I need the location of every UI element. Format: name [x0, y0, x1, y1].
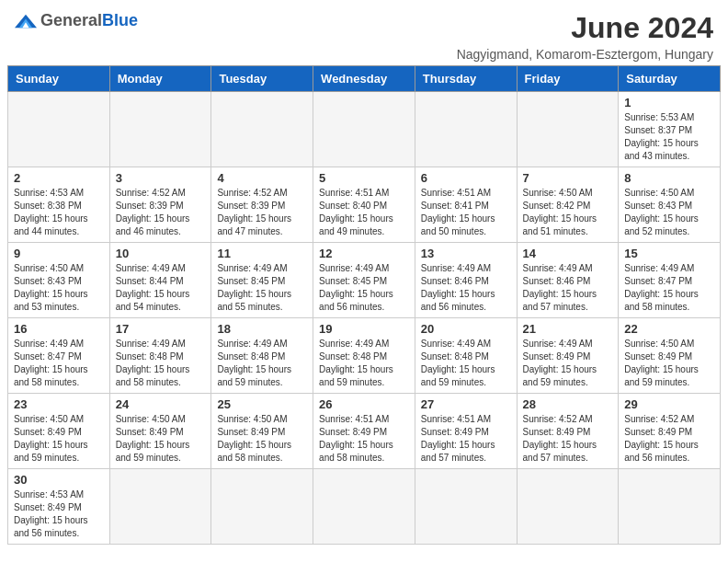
table-row: 20Sunrise: 4:49 AM Sunset: 8:48 PM Dayli… — [415, 318, 517, 394]
day-number: 22 — [624, 322, 714, 336]
day-number: 13 — [421, 247, 511, 260]
table-row: 7Sunrise: 4:50 AM Sunset: 8:42 PM Daylig… — [517, 167, 619, 243]
day-info: Sunrise: 4:49 AM Sunset: 8:48 PM Dayligh… — [217, 338, 307, 389]
day-number: 3 — [116, 171, 206, 185]
day-info: Sunrise: 4:49 AM Sunset: 8:46 PM Dayligh… — [421, 262, 511, 314]
table-row: 25Sunrise: 4:50 AM Sunset: 8:49 PM Dayli… — [211, 394, 313, 469]
day-number: 24 — [116, 397, 206, 411]
table-row: 16Sunrise: 4:49 AM Sunset: 8:47 PM Dayli… — [8, 318, 110, 394]
location-subtitle: Nagyigmand, Komarom-Esztergom, Hungary — [457, 47, 713, 62]
header-sunday: Sunday — [8, 66, 110, 92]
table-row — [109, 92, 211, 167]
day-info: Sunrise: 4:51 AM Sunset: 8:40 PM Dayligh… — [319, 187, 409, 238]
table-row — [8, 92, 110, 167]
table-row — [517, 92, 619, 167]
day-info: Sunrise: 4:49 AM Sunset: 8:45 PM Dayligh… — [217, 262, 307, 314]
day-number: 12 — [319, 247, 409, 260]
table-row: 28Sunrise: 4:52 AM Sunset: 8:49 PM Dayli… — [517, 394, 619, 469]
day-number: 15 — [624, 247, 714, 260]
day-info: Sunrise: 4:50 AM Sunset: 8:49 PM Dayligh… — [14, 413, 104, 465]
day-info: Sunrise: 4:50 AM Sunset: 8:49 PM Dayligh… — [217, 413, 307, 465]
day-number: 6 — [421, 171, 511, 185]
table-row — [313, 469, 415, 545]
day-info: Sunrise: 4:50 AM Sunset: 8:42 PM Dayligh… — [523, 187, 613, 238]
table-row: 10Sunrise: 4:49 AM Sunset: 8:44 PM Dayli… — [109, 243, 211, 318]
day-info: Sunrise: 4:51 AM Sunset: 8:41 PM Dayligh… — [421, 187, 511, 238]
table-row: 24Sunrise: 4:50 AM Sunset: 8:49 PM Dayli… — [109, 394, 211, 469]
table-row — [109, 469, 211, 545]
day-info: Sunrise: 4:52 AM Sunset: 8:49 PM Dayligh… — [624, 413, 714, 465]
calendar-row: 1Sunrise: 5:53 AM Sunset: 8:37 PM Daylig… — [8, 92, 721, 167]
table-row: 27Sunrise: 4:51 AM Sunset: 8:49 PM Dayli… — [415, 394, 517, 469]
table-row — [619, 469, 721, 545]
table-row: 22Sunrise: 4:50 AM Sunset: 8:49 PM Dayli… — [619, 318, 721, 394]
table-row — [517, 469, 619, 545]
day-info: Sunrise: 4:52 AM Sunset: 8:39 PM Dayligh… — [217, 187, 307, 238]
day-info: Sunrise: 5:53 AM Sunset: 8:37 PM Dayligh… — [624, 111, 714, 163]
table-row — [415, 92, 517, 167]
logo-icon — [15, 12, 37, 30]
day-number: 28 — [523, 397, 613, 411]
day-number: 20 — [421, 322, 511, 336]
calendar-row: 16Sunrise: 4:49 AM Sunset: 8:47 PM Dayli… — [8, 318, 721, 394]
table-row: 9Sunrise: 4:50 AM Sunset: 8:43 PM Daylig… — [8, 243, 110, 318]
calendar-row: 2Sunrise: 4:53 AM Sunset: 8:38 PM Daylig… — [8, 167, 721, 243]
calendar-row: 30Sunrise: 4:53 AM Sunset: 8:49 PM Dayli… — [8, 469, 721, 545]
day-info: Sunrise: 4:49 AM Sunset: 8:48 PM Dayligh… — [116, 338, 206, 389]
day-number: 10 — [116, 247, 206, 260]
table-row: 30Sunrise: 4:53 AM Sunset: 8:49 PM Dayli… — [8, 469, 110, 545]
day-info: Sunrise: 4:51 AM Sunset: 8:49 PM Dayligh… — [319, 413, 409, 465]
header-thursday: Thursday — [415, 66, 517, 92]
table-row: 17Sunrise: 4:49 AM Sunset: 8:48 PM Dayli… — [109, 318, 211, 394]
table-row — [415, 469, 517, 545]
header-friday: Friday — [517, 66, 619, 92]
day-number: 23 — [14, 397, 104, 411]
table-row — [313, 92, 415, 167]
table-row: 12Sunrise: 4:49 AM Sunset: 8:45 PM Dayli… — [313, 243, 415, 318]
calendar-wrapper: Sunday Monday Tuesday Wednesday Thursday… — [0, 65, 728, 552]
day-info: Sunrise: 4:49 AM Sunset: 8:48 PM Dayligh… — [319, 338, 409, 389]
table-row: 8Sunrise: 4:50 AM Sunset: 8:43 PM Daylig… — [619, 167, 721, 243]
day-info: Sunrise: 4:53 AM Sunset: 8:38 PM Dayligh… — [14, 187, 104, 238]
day-number: 9 — [14, 247, 104, 260]
day-info: Sunrise: 4:52 AM Sunset: 8:39 PM Dayligh… — [116, 187, 206, 238]
calendar-row: 9Sunrise: 4:50 AM Sunset: 8:43 PM Daylig… — [8, 243, 721, 318]
day-info: Sunrise: 4:49 AM Sunset: 8:49 PM Dayligh… — [523, 338, 613, 389]
table-row: 1Sunrise: 5:53 AM Sunset: 8:37 PM Daylig… — [619, 92, 721, 167]
month-year-title: June 2024 — [457, 11, 713, 45]
day-number: 21 — [523, 322, 613, 336]
page-header: GeneralBlue June 2024 Nagyigmand, Komaro… — [0, 0, 728, 65]
day-info: Sunrise: 4:52 AM Sunset: 8:49 PM Dayligh… — [523, 413, 613, 465]
table-row: 13Sunrise: 4:49 AM Sunset: 8:46 PM Dayli… — [415, 243, 517, 318]
day-info: Sunrise: 4:49 AM Sunset: 8:45 PM Dayligh… — [319, 262, 409, 314]
table-row: 26Sunrise: 4:51 AM Sunset: 8:49 PM Dayli… — [313, 394, 415, 469]
day-info: Sunrise: 4:50 AM Sunset: 8:43 PM Dayligh… — [624, 187, 714, 238]
calendar-table: Sunday Monday Tuesday Wednesday Thursday… — [7, 65, 721, 545]
day-number: 18 — [217, 322, 307, 336]
header-saturday: Saturday — [619, 66, 721, 92]
day-number: 14 — [523, 247, 613, 260]
logo-text-general: General — [40, 11, 102, 29]
day-number: 1 — [624, 96, 714, 109]
table-row: 5Sunrise: 4:51 AM Sunset: 8:40 PM Daylig… — [313, 167, 415, 243]
day-number: 27 — [421, 397, 511, 411]
table-row: 23Sunrise: 4:50 AM Sunset: 8:49 PM Dayli… — [8, 394, 110, 469]
title-area: June 2024 Nagyigmand, Komarom-Esztergom,… — [457, 11, 713, 62]
day-number: 8 — [624, 171, 714, 185]
day-number: 29 — [624, 397, 714, 411]
table-row: 15Sunrise: 4:49 AM Sunset: 8:47 PM Dayli… — [619, 243, 721, 318]
day-info: Sunrise: 4:49 AM Sunset: 8:46 PM Dayligh… — [523, 262, 613, 314]
day-info: Sunrise: 4:50 AM Sunset: 8:43 PM Dayligh… — [14, 262, 104, 314]
day-number: 16 — [14, 322, 104, 336]
logo: GeneralBlue — [15, 11, 138, 30]
day-number: 7 — [523, 171, 613, 185]
day-info: Sunrise: 4:53 AM Sunset: 8:49 PM Dayligh… — [14, 488, 104, 540]
calendar-row: 23Sunrise: 4:50 AM Sunset: 8:49 PM Dayli… — [8, 394, 721, 469]
day-info: Sunrise: 4:49 AM Sunset: 8:47 PM Dayligh… — [14, 338, 104, 389]
table-row: 21Sunrise: 4:49 AM Sunset: 8:49 PM Dayli… — [517, 318, 619, 394]
day-number: 5 — [319, 171, 409, 185]
table-row: 14Sunrise: 4:49 AM Sunset: 8:46 PM Dayli… — [517, 243, 619, 318]
header-wednesday: Wednesday — [313, 66, 415, 92]
table-row — [211, 92, 313, 167]
day-info: Sunrise: 4:49 AM Sunset: 8:44 PM Dayligh… — [116, 262, 206, 314]
